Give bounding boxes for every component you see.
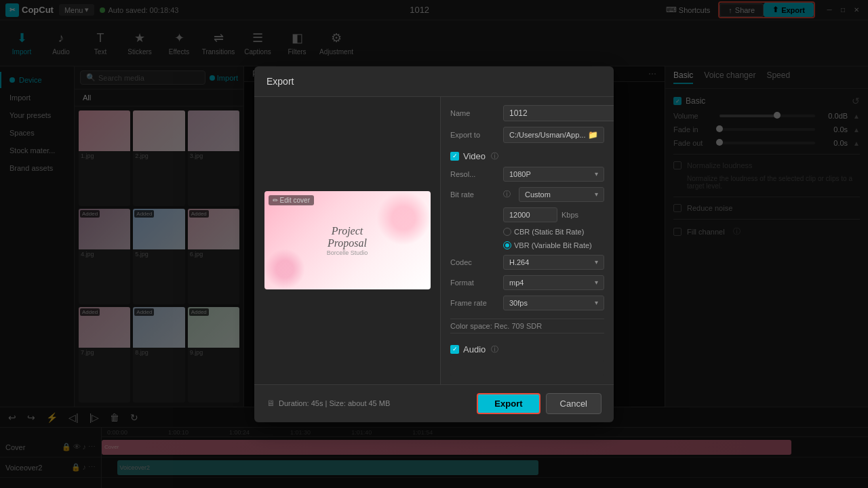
preview-flowers-bl-decoration [264,249,305,289]
name-label: Name [450,109,498,117]
framerate-label: Frame rate [450,299,498,307]
format-select[interactable]: mp4 ▾ [503,275,604,290]
bitrate-input-row: Kbps [503,207,604,222]
modal-footer: 🖥 Duration: 45s | Size: about 45 MB Expo… [254,384,614,422]
cancel-button[interactable]: Cancel [546,393,601,414]
format-row: Format mp4 ▾ [450,275,604,290]
modal-form: Name Export to C:/Users/Usman/App... 📁 ✓… [441,97,614,384]
bitrate-row: Bit rate ⓘ Custom ▾ [450,187,604,202]
vbr-option[interactable]: VBR (Variable Bit Rate) [503,241,592,249]
export-to-label: Export to [450,131,498,139]
folder-icon[interactable]: 📁 [588,130,598,140]
vbr-radio-dot [505,243,509,247]
codec-label: Codec [450,258,498,266]
modal-body: ProjectProposal Borcelle Studio ✏ Edit c… [254,97,614,384]
color-space-info: Color space: Rec. 709 SDR [450,319,604,333]
cbr-radio[interactable] [503,228,511,236]
bitrate-info-icon: ⓘ [503,189,511,199]
vbr-label: VBR (Variable Bit Rate) [514,241,592,249]
modal-overlay: Export ProjectProposal Borcelle Studio ✏… [0,0,868,488]
export-path-field[interactable]: C:/Users/Usman/App... 📁 [503,127,604,143]
audio-section-toggle: ✓ Audio ⓘ [450,344,604,354]
codec-value: H.264 [509,258,529,266]
preview-thumbnail: ProjectProposal Borcelle Studio [264,191,431,289]
framerate-arrow-icon: ▾ [595,299,598,306]
bitrate-label: Bit rate [450,190,498,199]
video-section-toggle: ✓ Video ⓘ [450,151,604,161]
video-checkbox[interactable]: ✓ [450,152,459,161]
cbr-label: CBR (Static Bit Rate) [514,228,584,236]
name-input[interactable] [503,105,614,121]
resolution-select[interactable]: 1080P ▾ [503,167,604,182]
cbr-vbr-row: CBR (Static Bit Rate) [503,228,604,236]
codec-select[interactable]: H.264 ▾ [503,255,604,270]
codec-arrow-icon: ▾ [595,258,598,266]
bitrate-arrow-icon: ▾ [595,190,598,198]
preview-subtitle: Borcelle Studio [327,249,368,256]
export-to-row: Export to C:/Users/Usman/App... 📁 [450,127,604,143]
footer-buttons: Export Cancel [477,393,601,414]
audio-checkbox[interactable]: ✓ [450,345,459,354]
export-path-value: C:/Users/Usman/App... [509,131,585,139]
modal-preview: ProjectProposal Borcelle Studio ✏ Edit c… [254,97,441,384]
preview-title: ProjectProposal [327,225,368,249]
audio-section-label: Audio [463,344,486,354]
preview-flowers-decoration [376,191,431,245]
audio-info-icon: ⓘ [491,344,498,354]
format-arrow-icon: ▾ [595,279,598,286]
video-info-icon: ⓘ [491,151,498,161]
format-value: mp4 [509,279,524,287]
framerate-value: 30fps [509,299,528,307]
edit-icon: ✏ [273,197,278,204]
footer-duration-info: Duration: 45s | Size: about 45 MB [279,399,390,407]
resolution-arrow-icon: ▾ [595,170,598,178]
resolution-value: 1080P [509,170,531,178]
preview-container: ProjectProposal Borcelle Studio ✏ Edit c… [264,191,431,289]
bitrate-value: Custom [525,190,551,199]
bitrate-select[interactable]: Custom ▾ [519,187,604,202]
codec-row: Codec H.264 ▾ [450,255,604,270]
audio-scroll-area [450,360,604,376]
video-section-label: Video [463,151,486,161]
export-modal-button[interactable]: Export [477,393,540,414]
preview-content: ProjectProposal Borcelle Studio [327,225,368,256]
framerate-row: Frame rate 30fps ▾ [450,296,604,310]
export-modal: Export ProjectProposal Borcelle Studio ✏… [254,66,614,422]
format-label: Format [450,279,498,287]
vbr-row: VBR (Variable Bit Rate) [503,241,604,249]
name-row: Name [450,105,604,121]
cbr-option[interactable]: CBR (Static Bit Rate) [503,228,584,236]
vbr-radio[interactable] [503,241,511,249]
bitrate-unit: Kbps [561,211,578,219]
resolution-label: Resol... [450,170,498,178]
bitrate-number-input[interactable] [503,207,557,222]
framerate-select[interactable]: 30fps ▾ [503,296,604,310]
info-icon: 🖥 [267,399,275,408]
modal-title: Export [254,66,614,97]
resolution-row: Resol... 1080P ▾ [450,167,604,182]
edit-cover-label: Edit cover [280,197,310,204]
edit-cover-button[interactable]: ✏ Edit cover [269,195,314,205]
footer-info: 🖥 Duration: 45s | Size: about 45 MB [267,399,390,408]
